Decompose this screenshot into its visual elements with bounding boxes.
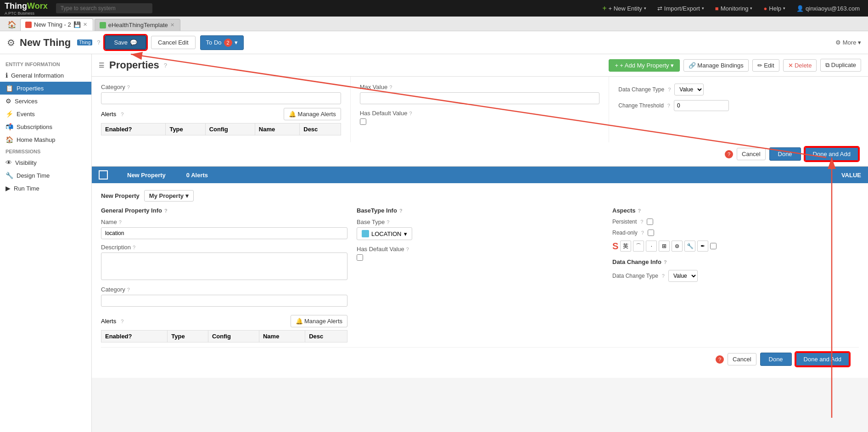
- sidebar-item-label-services: Services: [15, 98, 38, 105]
- persistent-checkbox[interactable]: [647, 219, 653, 225]
- toolbar-icon-btn-2[interactable]: ⌒: [633, 241, 644, 252]
- design-time-icon: 🔧: [6, 172, 13, 179]
- has-default-help2[interactable]: ?: [406, 247, 409, 252]
- alerts-table-upper: Enabled? Type Config Name Desc: [101, 123, 341, 135]
- category-input2[interactable]: [101, 295, 347, 307]
- general-info-help[interactable]: ?: [164, 208, 168, 213]
- sidebar-item-general[interactable]: ℹ General Information: [0, 69, 91, 82]
- read-only-label: Read-only: [612, 230, 638, 236]
- name-label: Name ?: [101, 219, 347, 225]
- help-q-icon[interactable]: ?: [97, 39, 100, 46]
- change-threshold-help[interactable]: ?: [667, 103, 670, 108]
- delete-button[interactable]: ✕ Delete: [783, 59, 817, 72]
- save-button[interactable]: Save 💬: [105, 35, 146, 50]
- done-button-lower[interactable]: Done: [760, 353, 792, 366]
- sidebar-item-events[interactable]: ⚡ Events: [0, 107, 91, 120]
- action-help-icon-lower[interactable]: ?: [716, 355, 724, 364]
- done-add-button-upper[interactable]: Done and Add: [805, 147, 859, 161]
- max-value-input[interactable]: [360, 92, 600, 104]
- sidebar-item-services[interactable]: ⚙ Services: [0, 95, 91, 107]
- sidebar-item-home-mashup[interactable]: 🏠 Home Mashup: [0, 133, 91, 146]
- manage-bindings-button[interactable]: 🔗 Manage Bindings: [683, 59, 749, 72]
- more-button[interactable]: ⚙ More ▾: [835, 39, 861, 46]
- toolbar-icon-btn-7[interactable]: ✒: [697, 241, 708, 252]
- toolbar-icon-btn-1[interactable]: 英: [620, 241, 631, 252]
- sidebar-item-run-time[interactable]: ▶ Run Time: [0, 182, 91, 195]
- done-button-upper[interactable]: Done: [769, 147, 801, 161]
- main-layout: ENTITY INFORMATION ℹ General Information…: [0, 54, 868, 432]
- has-default-checkbox-lower[interactable]: [357, 254, 363, 261]
- category-help-icon[interactable]: ?: [127, 84, 130, 90]
- category-help-icon2[interactable]: ?: [127, 287, 130, 292]
- todo-button[interactable]: To Do 2 ▾: [200, 35, 244, 50]
- toolbar-icon-btn-5[interactable]: ⊜: [672, 241, 683, 252]
- name-input[interactable]: [101, 227, 347, 239]
- toolbar-icon-btn-3[interactable]: ·: [646, 241, 657, 252]
- aspects-help[interactable]: ?: [638, 208, 641, 213]
- sidebar-item-properties[interactable]: 📋 Properties: [0, 82, 91, 95]
- tab-close-icon2[interactable]: ✕: [170, 22, 174, 28]
- alerts-help-icon2[interactable]: ?: [121, 319, 123, 324]
- sidebar-item-subscriptions[interactable]: 📬 Subscriptions: [0, 120, 91, 133]
- sidebar-item-design-time[interactable]: 🔧 Design Time: [0, 169, 91, 182]
- change-threshold-input[interactable]: [674, 100, 729, 111]
- new-prop-col-left: General Property Info ? Name ? Descripti…: [101, 207, 347, 342]
- has-default-label-lower: Has Default Value ?: [357, 246, 603, 252]
- tab-new-thing[interactable]: New Thing - 2 💾 ✕: [20, 18, 93, 31]
- my-property-dropdown[interactable]: My Property ▾: [144, 190, 194, 202]
- read-only-row: Read-only ?: [612, 230, 859, 236]
- has-default-checkbox-upper[interactable]: [360, 118, 366, 125]
- new-entity-button[interactable]: + + New Entity ▾: [599, 3, 650, 13]
- monitoring-button[interactable]: ■ Monitoring ▾: [711, 4, 756, 13]
- max-value-help-icon[interactable]: ?: [389, 84, 392, 90]
- help-button[interactable]: ● Help ▾: [760, 4, 789, 13]
- manage-alerts-button-upper[interactable]: 🔔 Manage Alerts: [284, 108, 341, 120]
- gear-icon: ⚙: [7, 37, 15, 48]
- change-threshold-label: Change Threshold: [618, 102, 664, 109]
- search-input[interactable]: [56, 3, 152, 13]
- import-export-button[interactable]: ⇄ Import/Export ▾: [654, 4, 708, 13]
- user-icon: 👤: [796, 5, 804, 12]
- data-change-type-help[interactable]: ?: [668, 87, 671, 92]
- cancel-edit-button[interactable]: Cancel Edit: [151, 36, 195, 49]
- home-button[interactable]: 🏠: [4, 18, 20, 31]
- manage-alerts-button-lower[interactable]: 🔔 Manage Alerts: [291, 315, 347, 327]
- read-only-help[interactable]: ?: [641, 230, 644, 236]
- banner-checkbox[interactable]: [99, 170, 108, 180]
- tab-ehealth[interactable]: eHealthThingTemplate ✕: [95, 19, 180, 31]
- action-help-icon-upper[interactable]: ?: [725, 150, 733, 158]
- action-bar-upper: ? Cancel Done Done and Add: [92, 142, 868, 166]
- toolbar-checkbox[interactable]: [710, 243, 717, 249]
- alerts-help-icon[interactable]: ?: [121, 112, 123, 117]
- new-property-title-text: New Property: [101, 192, 140, 199]
- more-label: ⚙ More: [835, 39, 856, 46]
- edit-button[interactable]: ✏ Edit: [752, 59, 779, 72]
- data-change-info-help[interactable]: ?: [664, 259, 667, 265]
- data-change-type-select-lower[interactable]: Value: [668, 270, 698, 282]
- base-type-help[interactable]: ?: [399, 208, 403, 213]
- persistent-help[interactable]: ?: [640, 219, 643, 224]
- description-help-icon[interactable]: ?: [133, 245, 135, 250]
- add-my-property-button[interactable]: + + Add My Property ▾: [609, 59, 680, 72]
- tab-icon-ehealth: [100, 22, 106, 28]
- data-change-type-help2[interactable]: ?: [662, 273, 665, 279]
- tab-close-icon[interactable]: ✕: [83, 22, 87, 28]
- base-type-help2[interactable]: ?: [386, 219, 389, 225]
- properties-help-icon[interactable]: ?: [164, 62, 167, 69]
- done-add-button-lower[interactable]: Done and Add: [795, 352, 850, 366]
- user-menu-button[interactable]: 👤 qinxiaoyu@163.com: [793, 4, 863, 13]
- name-help-icon[interactable]: ?: [119, 219, 122, 225]
- duplicate-button[interactable]: ⧉ Duplicate: [820, 59, 861, 72]
- description-input[interactable]: [101, 252, 347, 280]
- sidebar-item-label-events: Events: [17, 111, 35, 118]
- sidebar-item-visibility[interactable]: 👁 Visibility: [0, 156, 91, 169]
- data-change-type-select[interactable]: Value: [674, 84, 704, 95]
- base-type-button[interactable]: LOCATION ▾: [357, 227, 412, 240]
- toolbar-icon-btn-4[interactable]: ⊞: [659, 241, 670, 252]
- category-input[interactable]: [101, 92, 341, 104]
- has-default-help-upper[interactable]: ?: [409, 111, 412, 116]
- toolbar-icon-btn-6[interactable]: 🔧: [684, 241, 695, 252]
- read-only-checkbox[interactable]: [648, 230, 654, 236]
- cancel-button-lower[interactable]: Cancel: [728, 353, 756, 365]
- cancel-button-upper[interactable]: Cancel: [737, 148, 765, 160]
